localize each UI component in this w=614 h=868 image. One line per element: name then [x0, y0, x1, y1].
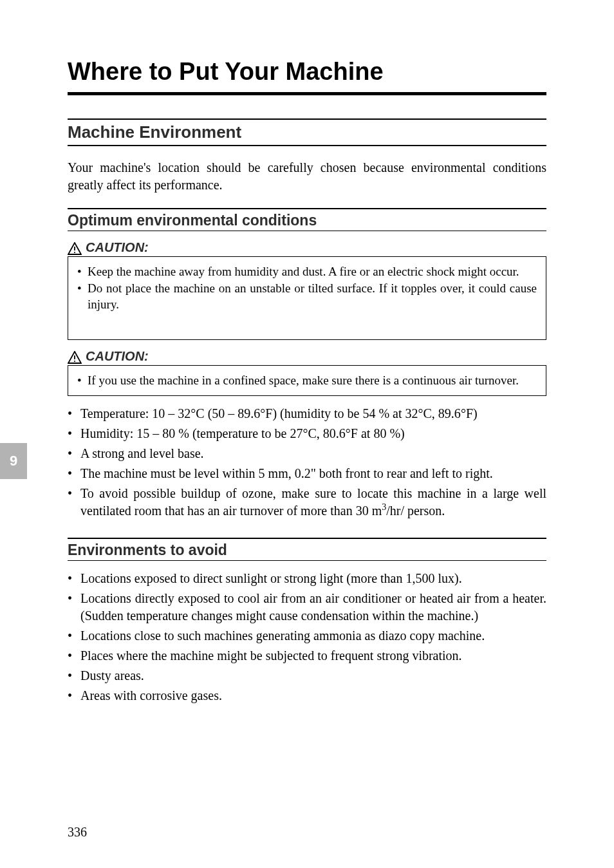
list-item: A strong and level base. [68, 445, 546, 462]
page-number: 336 [68, 825, 87, 840]
list-item: Locations directly exposed to cool air f… [68, 590, 546, 625]
chapter-tab: 9 [0, 443, 27, 479]
caution2-item: If you use the machine in a confined spa… [77, 372, 537, 389]
text: F) (humidity to be 54 % at 32 [265, 406, 418, 420]
caution1-item: Do not place the machine on an unstable … [77, 280, 537, 313]
list-item: Places where the machine might be subjec… [68, 647, 546, 665]
text: /hr/ person. [386, 504, 445, 518]
page-title: Where to Put Your Machine [68, 58, 546, 86]
warning-icon [68, 242, 82, 255]
caution-header-1: CAUTION: [68, 240, 546, 257]
caution-label-2: CAUTION: [86, 349, 149, 364]
list-item: Locations exposed to direct sunlight or … [68, 570, 546, 587]
section-heading: Machine Environment [68, 120, 546, 144]
list-item: Temperature: 10 – 32°C (50 – 89.6°F) (hu… [68, 405, 546, 422]
list-item: Locations close to such machines generat… [68, 627, 546, 645]
section-rule-under [68, 145, 546, 146]
caution1-item: Keep the machine away from humidity and … [77, 263, 537, 280]
subsection-rule-under-2 [68, 560, 546, 561]
intro-text: Your machine's location should be carefu… [68, 159, 546, 194]
text: F at 80 %) [351, 426, 405, 440]
text: F) [466, 406, 478, 420]
caution-header-2: CAUTION: [68, 349, 546, 366]
text: Temperature: 10 – 32 [80, 406, 191, 420]
title-rule [68, 92, 546, 95]
subsection-heading-avoid: Environments to avoid [68, 539, 546, 560]
page: 9 Where to Put Your Machine Machine Envi… [0, 0, 614, 868]
list-item: The machine must be level within 5 mm, 0… [68, 465, 546, 482]
subsection-rule-under [68, 231, 546, 231]
avoid-list: Locations exposed to direct sunlight or … [68, 570, 546, 704]
chapter-number: 9 [0, 443, 27, 479]
warning-icon [68, 351, 82, 364]
svg-point-2 [74, 252, 75, 253]
text: C, 89.6 [423, 406, 461, 420]
env-spec-list: Temperature: 10 – 32°C (50 – 89.6°F) (hu… [68, 405, 546, 520]
subsection-heading-optimum: Optimum environmental conditions [68, 209, 546, 231]
list-item: Areas with corrosive gases. [68, 687, 546, 704]
svg-point-5 [74, 361, 75, 362]
caution-box-2: If you use the machine in a confined spa… [68, 366, 546, 396]
text: C (50 – 89.6 [196, 406, 260, 420]
caution-label-1: CAUTION: [86, 240, 149, 255]
text: To avoid possible buildup of ozone, make… [80, 486, 546, 518]
list-item: Humidity: 15 – 80 % (temperature to be 2… [68, 425, 546, 442]
text: Humidity: 15 – 80 % (temperature to be 2… [80, 426, 302, 440]
text: C, 80.6 [308, 426, 345, 440]
list-item: To avoid possible buildup of ozone, make… [68, 485, 546, 520]
caution-box-1: Keep the machine away from humidity and … [68, 257, 546, 340]
list-item: Dusty areas. [68, 667, 546, 684]
